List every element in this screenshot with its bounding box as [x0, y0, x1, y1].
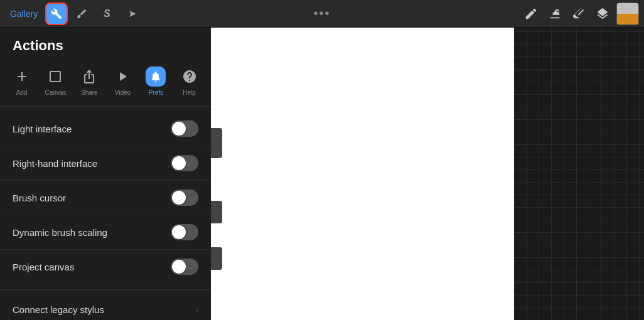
settings-list: Light interface Right-hand interface Bru…: [0, 107, 211, 289]
toolbar-left: Gallery S ➤: [5, 3, 143, 25]
project-canvas-toggle[interactable]: [171, 259, 198, 275]
tab-video[interactable]: Video: [109, 64, 137, 99]
connect-legacy-stylus-label: Connect legacy stylus: [13, 304, 104, 315]
main-toolbar: Gallery S ➤ •••: [0, 0, 644, 28]
tab-video-label: Video: [115, 89, 131, 96]
toolbar-center-dots: •••: [313, 6, 330, 21]
tab-prefs[interactable]: Prefs: [142, 64, 170, 99]
project-canvas-label: Project canvas: [13, 262, 74, 272]
brush-stroke-button[interactable]: [70, 3, 93, 25]
share-icon: [79, 67, 99, 87]
setting-brush-cursor[interactable]: Brush cursor: [0, 181, 211, 215]
tab-share-label: Share: [81, 89, 98, 96]
chevron-right-icon: ›: [195, 305, 198, 315]
nav-items-list: Connect legacy stylus › Pressure and Smo…: [0, 291, 211, 320]
actions-panel: Actions Add Canvas: [0, 28, 211, 320]
nav-connect-legacy-stylus[interactable]: Connect legacy stylus ›: [0, 296, 211, 320]
setting-right-hand-interface[interactable]: Right-hand interface: [0, 146, 211, 181]
light-interface-label: Light interface: [13, 124, 72, 134]
sidebar-controls: [211, 128, 222, 270]
prefs-icon: [146, 67, 166, 87]
toolbar-right: [521, 3, 639, 25]
brush-cursor-toggle[interactable]: [171, 189, 198, 206]
arrow-button[interactable]: ➤: [121, 3, 143, 25]
add-icon: [12, 67, 32, 87]
tab-add-label: Add: [16, 89, 28, 96]
setting-project-canvas[interactable]: Project canvas: [0, 250, 211, 284]
right-hand-interface-toggle[interactable]: [171, 155, 198, 171]
tab-canvas[interactable]: Canvas: [41, 64, 70, 99]
tab-help-label: Help: [183, 89, 196, 96]
gallery-button[interactable]: Gallery: [5, 6, 43, 21]
tab-add[interactable]: Add: [8, 64, 36, 99]
layers-tool-button[interactable]: [593, 4, 613, 24]
help-icon: [180, 67, 200, 87]
tab-prefs-label: Prefs: [149, 89, 163, 96]
sidebar-btn-2[interactable]: [211, 201, 222, 223]
smudge-tool-button[interactable]: [545, 4, 565, 24]
right-hand-interface-label: Right-hand interface: [13, 158, 97, 169]
dynamic-brush-scaling-toggle[interactable]: [171, 224, 198, 240]
tab-share[interactable]: Share: [75, 64, 104, 99]
pen-tool-button[interactable]: [521, 4, 541, 24]
canvas-area[interactable]: [211, 28, 644, 320]
italic-s-button[interactable]: S: [95, 3, 118, 25]
brush-cursor-label: Brush cursor: [13, 193, 66, 203]
sidebar-btn-1[interactable]: [211, 128, 222, 158]
canvas-dark-right: [514, 28, 644, 320]
light-interface-toggle[interactable]: [171, 120, 198, 137]
action-tabs-row: Add Canvas Share: [0, 61, 211, 107]
dynamic-brush-scaling-label: Dynamic brush scaling: [13, 227, 107, 238]
main-area: Actions Add Canvas: [0, 28, 644, 320]
setting-light-interface[interactable]: Light interface: [0, 112, 211, 146]
tab-canvas-label: Canvas: [45, 89, 66, 96]
setting-dynamic-brush-scaling[interactable]: Dynamic brush scaling: [0, 215, 211, 250]
sidebar-btn-3[interactable]: [211, 247, 222, 270]
center-dots: •••: [313, 6, 330, 21]
tab-help[interactable]: Help: [175, 64, 203, 99]
wrench-tool-button[interactable]: [45, 3, 68, 25]
canvas-white: [211, 28, 514, 320]
canvas-icon: [45, 67, 65, 87]
color-swatch[interactable]: [616, 3, 639, 25]
eraser-tool-button[interactable]: [569, 4, 589, 24]
panel-title: Actions: [0, 28, 211, 61]
video-icon: [112, 67, 132, 87]
